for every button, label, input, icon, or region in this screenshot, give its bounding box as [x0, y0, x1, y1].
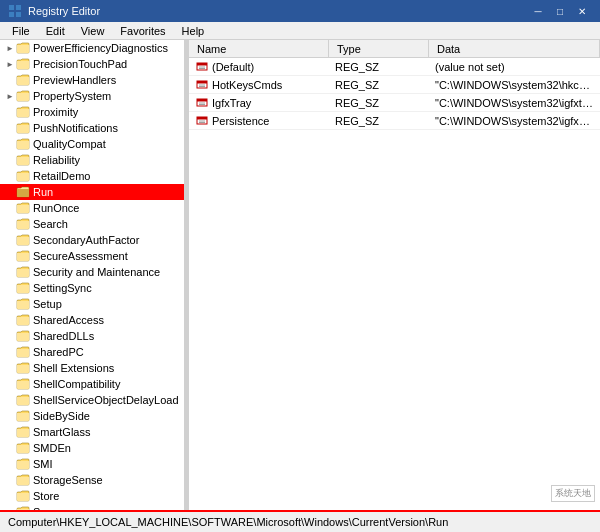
tree-expander-icon	[4, 186, 16, 198]
menu-item-view[interactable]: View	[73, 23, 113, 39]
tree-item-shellextensions[interactable]: Shell Extensions	[0, 360, 184, 376]
tree-expander-icon	[4, 298, 16, 310]
folder-icon	[16, 201, 30, 215]
tree-item-securityandmaintenance[interactable]: Security and Maintenance	[0, 264, 184, 280]
tree-expander-icon	[4, 106, 16, 118]
tree-item-sidebyside[interactable]: SideBySide	[0, 408, 184, 424]
data-rows-container[interactable]: (Default)REG_SZ(value not set) HotKeysCm…	[189, 58, 600, 510]
cell-type: REG_SZ	[329, 96, 429, 110]
title-bar: Registry Editor ─ □ ✕	[0, 0, 600, 22]
tree-item-smartglass[interactable]: SmartGlass	[0, 424, 184, 440]
value-name: HotKeysCmds	[212, 79, 282, 91]
tree-expander-icon	[4, 202, 16, 214]
svg-rect-17	[197, 117, 207, 120]
window-title: Registry Editor	[28, 5, 528, 17]
menu-item-favorites[interactable]: Favorites	[112, 23, 173, 39]
folder-icon	[16, 265, 30, 279]
tree-item-label: PushNotifications	[33, 122, 118, 134]
menu-item-edit[interactable]: Edit	[38, 23, 73, 39]
folder-icon	[16, 57, 30, 71]
tree-item-powerefficiencydiagnostics[interactable]: ► PowerEfficiencyDiagnostics	[0, 40, 184, 56]
tree-item-label: Store	[33, 490, 59, 502]
tree-expander-icon	[4, 218, 16, 230]
tree-item-label: StorageSense	[33, 474, 103, 486]
folder-icon	[16, 121, 30, 135]
tree-item-label: Run	[33, 186, 53, 198]
cell-type: REG_SZ	[329, 114, 429, 128]
close-button[interactable]: ✕	[572, 3, 592, 19]
folder-icon	[16, 377, 30, 391]
tree-item-pushnotifications[interactable]: PushNotifications	[0, 120, 184, 136]
tree-expander-icon	[4, 138, 16, 150]
tree-item-previewhandlers[interactable]: PreviewHandlers	[0, 72, 184, 88]
folder-icon	[16, 393, 30, 407]
cell-type: REG_SZ	[329, 78, 429, 92]
folder-icon	[16, 457, 30, 471]
tree-item-secureassessment[interactable]: SecureAssessment	[0, 248, 184, 264]
tree-item-run[interactable]: Run	[0, 184, 184, 200]
tree-item-precisiontouchpad[interactable]: ► PrecisionTouchPad	[0, 56, 184, 72]
tree-item-propertysystem[interactable]: ► PropertySystem	[0, 88, 184, 104]
tree-item-label: Setup	[33, 298, 62, 310]
data-row[interactable]: IgfxTrayREG_SZ"C:\WINDOWS\system32\igfxt…	[189, 94, 600, 112]
tree-item-sharedaccess[interactable]: SharedAccess	[0, 312, 184, 328]
folder-icon	[16, 505, 30, 510]
tree-item-label: RunOnce	[33, 202, 79, 214]
tree-item-setup[interactable]: Setup	[0, 296, 184, 312]
tree-expander-icon	[4, 282, 16, 294]
tree-item-label: ShellServiceObjectDelayLoad	[33, 394, 179, 406]
folder-icon	[16, 137, 30, 151]
tree-expander-icon	[4, 474, 16, 486]
tree-item-shellserviceobjectdelayload[interactable]: ShellServiceObjectDelayLoad	[0, 392, 184, 408]
tree-item-label: Syncmgr	[33, 506, 76, 510]
tree-item-proximity[interactable]: Proximity	[0, 104, 184, 120]
tree-expander-icon	[4, 442, 16, 454]
tree-item-secondaryauthfactor[interactable]: SecondaryAuthFactor	[0, 232, 184, 248]
tree-expander-icon	[4, 266, 16, 278]
tree-expander-icon	[4, 250, 16, 262]
tree-item-syncmgr[interactable]: Syncmgr	[0, 504, 184, 510]
tree-item-reliability[interactable]: Reliability	[0, 152, 184, 168]
svg-rect-2	[9, 12, 14, 17]
svg-rect-0	[9, 5, 14, 10]
folder-icon	[16, 345, 30, 359]
folder-icon	[16, 297, 30, 311]
registry-tree[interactable]: ► PowerEfficiencyDiagnostics► PrecisionT…	[0, 40, 185, 510]
tree-item-search[interactable]: Search	[0, 216, 184, 232]
main-content: ► PowerEfficiencyDiagnostics► PrecisionT…	[0, 40, 600, 510]
cell-type: REG_SZ	[329, 60, 429, 74]
tree-item-label: Shell Extensions	[33, 362, 114, 374]
tree-item-smden[interactable]: SMDEn	[0, 440, 184, 456]
data-row[interactable]: PersistenceREG_SZ"C:\WINDOWS\system32\ig…	[189, 112, 600, 130]
folder-icon	[16, 313, 30, 327]
tree-item-label: PowerEfficiencyDiagnostics	[33, 42, 168, 54]
tree-item-label: ShellCompatibility	[33, 378, 120, 390]
tree-item-settingsync[interactable]: SettingSync	[0, 280, 184, 296]
tree-item-qualitycompat[interactable]: QualityCompat	[0, 136, 184, 152]
menu-item-file[interactable]: File	[4, 23, 38, 39]
folder-icon	[16, 169, 30, 183]
menu-item-help[interactable]: Help	[174, 23, 213, 39]
folder-icon	[16, 249, 30, 263]
value-name: IgfxTray	[212, 97, 251, 109]
minimize-button[interactable]: ─	[528, 3, 548, 19]
tree-item-store[interactable]: Store	[0, 488, 184, 504]
tree-item-runonce[interactable]: RunOnce	[0, 200, 184, 216]
col-header-data: Data	[429, 40, 600, 57]
tree-expander-icon	[4, 314, 16, 326]
tree-item-retaildemo[interactable]: RetailDemo	[0, 168, 184, 184]
data-row[interactable]: (Default)REG_SZ(value not set)	[189, 58, 600, 76]
tree-expander-icon	[4, 122, 16, 134]
cell-data: "C:\WINDOWS\system32\hkcmd.exe"	[429, 78, 600, 92]
tree-expander-icon: ►	[4, 42, 16, 54]
tree-item-storagesense[interactable]: StorageSense	[0, 472, 184, 488]
tree-item-shareddlls[interactable]: SharedDLLs	[0, 328, 184, 344]
data-row[interactable]: HotKeysCmdsREG_SZ"C:\WINDOWS\system32\hk…	[189, 76, 600, 94]
svg-rect-3	[16, 12, 21, 17]
tree-item-shellcompatibility[interactable]: ShellCompatibility	[0, 376, 184, 392]
cell-name: HotKeysCmds	[189, 76, 329, 94]
tree-item-sharedpc[interactable]: SharedPC	[0, 344, 184, 360]
svg-rect-9	[197, 81, 207, 84]
maximize-button[interactable]: □	[550, 3, 570, 19]
tree-item-smi[interactable]: SMI	[0, 456, 184, 472]
